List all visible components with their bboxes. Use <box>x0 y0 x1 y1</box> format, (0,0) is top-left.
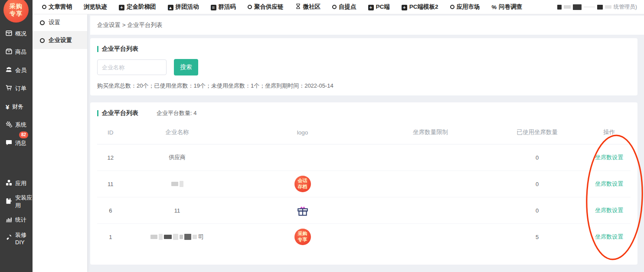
cell-id: 12 <box>97 144 124 171</box>
column-header-已使用坐席数量: 已使用坐席数量 <box>487 121 588 144</box>
top-nav: 文章营销浏览轨迹+定金阶梯团▴拼团活动≡群活码聚合供应链微社区自提点+PC端+P… <box>33 3 522 11</box>
sidebar-item-安装应用[interactable]: 安装应用 <box>0 193 33 211</box>
top-nav-bar: 文章营销浏览轨迹+定金阶梯团▴拼团活动≡群活码聚合供应链微社区自提点+PC端+P… <box>33 0 644 14</box>
app-root: 采购 专享 概况商品会员订单¥财务系统消息82应用安装应用统计装修DIY 文章营… <box>0 0 644 272</box>
sidebar-item-统计[interactable]: 统计 <box>0 211 33 229</box>
sidebar-item-装修DIY[interactable]: 装修DIY <box>0 229 33 247</box>
redacted-block <box>584 6 595 8</box>
stats-icon <box>6 216 12 224</box>
diy-icon <box>6 234 12 242</box>
circle-icon <box>42 4 46 10</box>
top-nav-item-聚合供应链[interactable]: 聚合供应链 <box>248 3 284 11</box>
platform-panel-title: 企业平台列表 <box>102 109 138 117</box>
seat-stats-text: 购买坐席总数：20个；已使用坐席数：19个；未使用坐席数：1个；坐席到期时间：2… <box>97 82 631 90</box>
top-nav-item-应用市场[interactable]: 应用市场 <box>450 3 480 11</box>
sidebar-item-label: 装修DIY <box>15 231 33 246</box>
top-nav-item-PC端模板2[interactable]: +PC端模板2 <box>402 3 438 11</box>
sidebar-item-label: 统计 <box>15 216 26 224</box>
column-header-ID: ID <box>97 121 124 144</box>
logo-text-line2: 专享 <box>298 237 307 243</box>
user-account-area[interactable]: 统管理员) <box>557 2 637 12</box>
sidebar-item-会员[interactable]: 会员 <box>0 61 33 79</box>
plus-square-icon: + <box>402 4 407 10</box>
cell-actions: 坐席数设置 <box>588 224 631 250</box>
cell-logo <box>231 144 375 171</box>
cell-company-name: 11 <box>124 197 231 224</box>
sidebar-item-消息[interactable]: 消息82 <box>0 134 33 152</box>
submenu-item-企业设置[interactable]: 企业设置 <box>33 32 87 49</box>
platform-count-label: 企业平台数量: 4 <box>157 109 196 117</box>
unread-count-badge: 82 <box>19 131 28 138</box>
top-nav-item-拼团活动[interactable]: ▴拼团活动 <box>168 3 199 11</box>
cell-id: 1 <box>97 224 124 250</box>
cell-seats-used: 0 <box>487 171 588 197</box>
plus-square-icon: + <box>119 4 124 10</box>
plus-square-icon: + <box>368 4 374 10</box>
platform-list-panel: 企业平台列表 企业平台数量: 4 ID企业名称logo坐席数量限制已使用坐席数量… <box>90 102 637 265</box>
top-nav-item-自提点[interactable]: 自提点 <box>332 3 356 11</box>
submenu-item-label: 企业设置 <box>49 36 72 44</box>
logo-text-line1: 会话 <box>298 178 307 184</box>
top-nav-item-定金阶梯团[interactable]: +定金阶梯团 <box>119 3 156 11</box>
column-header-坐席数量限制: 坐席数量限制 <box>375 121 487 144</box>
redacted-block <box>193 235 197 239</box>
top-nav-item-label: PC端 <box>376 3 390 11</box>
cell-seats-used: 0 <box>487 197 588 224</box>
goods-icon <box>6 48 12 56</box>
seat-panel-title: 企业平台列表 <box>102 45 138 53</box>
redacted-block <box>171 182 178 186</box>
sidebar-item-label: 财务 <box>12 103 23 111</box>
top-nav-item-PC端[interactable]: +PC端 <box>368 3 390 11</box>
main-content: 企业设置 > 企业平台列表 企业平台列表 搜索 购买坐席总数：20个；已使用坐席… <box>87 14 644 272</box>
sidebar-item-label: 消息 <box>15 139 26 147</box>
circle-icon <box>450 4 454 10</box>
top-nav-item-label: 问卷调查 <box>499 3 522 11</box>
table-row: 6110坐席数设置 <box>97 197 631 224</box>
seat-settings-link[interactable]: 坐席数设置 <box>595 207 623 213</box>
table-header-row: ID企业名称logo坐席数量限制已使用坐席数量操作 <box>97 121 631 144</box>
search-button[interactable]: 搜索 <box>174 59 198 75</box>
submenu-item-设置[interactable]: 设置 <box>33 14 87 32</box>
redacted-block <box>573 4 582 10</box>
sidebar-item-概况[interactable]: 概况 <box>0 25 33 43</box>
sidebar-item-应用[interactable]: 应用 <box>0 174 33 193</box>
cell-seat-limit <box>375 171 487 197</box>
company-logo-badge: 采购专享 <box>294 229 311 245</box>
top-nav-item-文章营销[interactable]: 文章营销 <box>42 3 72 11</box>
redacted-company-name <box>171 181 183 187</box>
seat-settings-link[interactable]: 坐席数设置 <box>595 180 623 187</box>
company-name-input[interactable] <box>97 59 167 75</box>
sidebar-item-系统[interactable]: 系统 <box>0 116 33 134</box>
top-nav-item-微社区[interactable]: 微社区 <box>295 3 321 11</box>
redacted-company-name: 司 <box>150 233 204 241</box>
system-icon <box>6 121 12 129</box>
column-header-操作: 操作 <box>588 121 631 144</box>
sidebar-item-label: 订单 <box>15 85 26 92</box>
cell-seat-limit <box>375 144 487 171</box>
section-accent-bar <box>97 46 98 52</box>
cell-seats-used: 0 <box>487 144 588 171</box>
table-row: 11会话存档0坐席数设置 <box>97 171 631 197</box>
company-name-suffix: 司 <box>198 233 204 241</box>
top-nav-item-问卷调查[interactable]: %问卷调查 <box>492 3 523 11</box>
cell-actions: 坐席数设置 <box>588 197 631 224</box>
seat-settings-link[interactable]: 坐席数设置 <box>595 233 623 240</box>
sidebar-item-商品[interactable]: 商品 <box>0 43 33 61</box>
sidebar-item-订单[interactable]: 订单 <box>0 79 33 98</box>
hourglass-icon <box>295 3 301 10</box>
logo-text-line2: 存档 <box>298 184 307 190</box>
brand-logo[interactable]: 采购 专享 <box>3 0 29 23</box>
sidebar-item-财务[interactable]: ¥财务 <box>0 98 33 116</box>
sidebar-item-label: 概况 <box>15 30 26 38</box>
table-row: 12供应商0坐席数设置 <box>97 144 631 171</box>
column-header-logo: logo <box>231 121 375 144</box>
top-nav-item-群活码[interactable]: ≡群活码 <box>211 3 236 11</box>
orders-icon <box>6 85 12 92</box>
redacted-block <box>184 234 191 240</box>
redacted-block <box>150 235 157 239</box>
top-nav-item-浏览轨迹[interactable]: 浏览轨迹 <box>84 3 107 11</box>
brand-logo-line1: 采购 <box>10 3 23 10</box>
seat-settings-link[interactable]: 坐席数设置 <box>595 154 623 161</box>
table-row: 1司采购专享5坐席数设置 <box>97 224 631 250</box>
seat-summary-panel: 企业平台列表 搜索 购买坐席总数：20个；已使用坐席数：19个；未使用坐席数：1… <box>90 38 637 95</box>
